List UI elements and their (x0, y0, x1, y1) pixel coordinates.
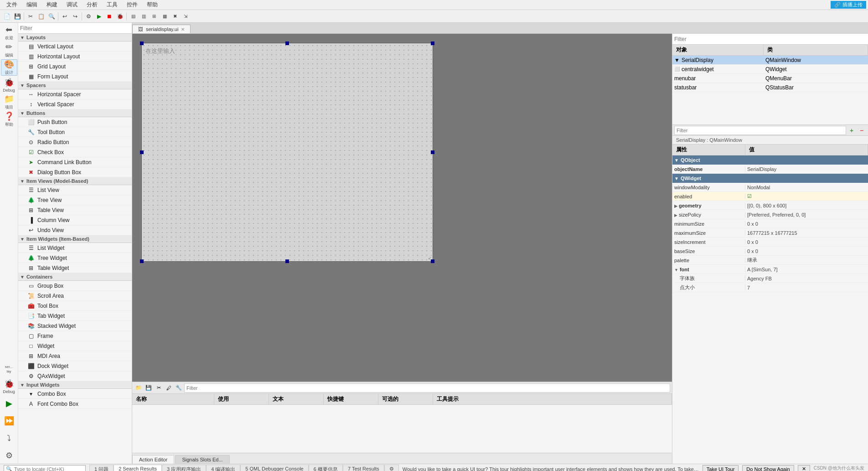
handle-top-center[interactable] (285, 41, 289, 45)
undo-button[interactable]: ↩ (60, 11, 70, 21)
widget-font-combo-box[interactable]: A Font Combo Box (18, 399, 132, 409)
oi-filter-input[interactable] (674, 36, 866, 42)
widget-form-layout[interactable]: ▦ Form Layout (18, 72, 132, 82)
design-canvas[interactable]: 在这里输入 ↙ (141, 43, 433, 262)
tab-test-results[interactable]: 7 Test Results (343, 465, 384, 471)
handle-middle-left[interactable] (140, 150, 144, 154)
iconbar-step-in[interactable]: ⤵ (1, 430, 17, 446)
tab-extra[interactable]: ⚙ (384, 465, 399, 471)
menu-edit[interactable]: 编辑 (22, 0, 42, 10)
tab-compile-output[interactable]: 4 编译输出 (206, 465, 240, 471)
menu-file[interactable]: 文件 (2, 0, 22, 10)
bp-new-button[interactable]: 📁 (134, 383, 143, 393)
widget-scroll-area[interactable]: 📜 Scroll Area (18, 291, 132, 301)
category-containers[interactable]: ▼ Containers (18, 273, 132, 281)
widget-combo-box[interactable]: ▾ Combo Box (18, 389, 132, 399)
widget-horizontal-layout[interactable]: ▥ Horizontal Layout (18, 52, 132, 62)
status-search-input[interactable] (14, 466, 83, 471)
redo-button[interactable]: ↪ (70, 11, 80, 21)
widget-push-button[interactable]: ⬜ Push Button (18, 117, 132, 127)
take-tour-button[interactable]: Take UI Tour (703, 465, 739, 471)
dont-show-button[interactable]: Do Not Show Again (742, 465, 794, 471)
menu-build[interactable]: 构建 (42, 0, 62, 10)
layout-grid-button[interactable]: ⊞ (149, 11, 159, 21)
iconbar-help[interactable]: ❓ 帮助 (1, 111, 17, 128)
pe-row-sizeincrement[interactable]: sizeIncrement 0 x 0 (672, 238, 868, 247)
enabled-checkbox[interactable]: ☑ (747, 193, 752, 199)
widget-filter-input[interactable] (20, 25, 130, 31)
widget-vertical-layout[interactable]: ▤ Vertical Layout (18, 41, 132, 52)
category-spacers[interactable]: ▼ Spacers (18, 82, 132, 89)
oi-row-statusbar[interactable]: statusbar QStatusBar (672, 83, 868, 92)
pe-row-font[interactable]: ▼font A [SimSun, 7] (672, 265, 868, 274)
iconbar-debug[interactable]: 🐞 Debug (1, 77, 17, 93)
tab-close-button[interactable]: ✕ (181, 27, 185, 32)
break-layout-button[interactable]: ✖ (170, 11, 180, 21)
widget-frame[interactable]: ▢ Frame (18, 331, 132, 341)
pe-row-geometry[interactable]: ▶geometry [{0, 0), 800 x 600] (672, 201, 868, 210)
widget-list-view[interactable]: ☰ List View (18, 185, 132, 195)
handle-middle-right[interactable] (431, 150, 434, 154)
widget-grid-layout[interactable]: ⊞ Grid Layout (18, 62, 132, 72)
widget-tool-box[interactable]: 🧰 Tool Box (18, 301, 132, 311)
menu-controls[interactable]: 控件 (122, 0, 142, 10)
handle-bottom-left[interactable] (140, 259, 144, 263)
layout-v-button[interactable]: ▥ (139, 11, 149, 21)
settings-button[interactable]: ⚙ (83, 11, 93, 21)
find-button[interactable]: 🔍 (46, 11, 57, 21)
handle-top-left[interactable] (140, 41, 144, 45)
widget-list-widget[interactable]: ☰ List Widget (18, 243, 132, 253)
tab-action-editor[interactable]: Action Editor (132, 455, 174, 464)
bp-cut-button[interactable]: ✂ (154, 383, 163, 393)
category-input-widgets[interactable]: ▼ Input Widgets (18, 381, 132, 389)
category-layouts[interactable]: ▼ Layouts (18, 34, 132, 41)
tab-summary[interactable]: 6 概要信息 (309, 465, 343, 471)
bp-settings-button[interactable]: 🔧 (174, 383, 183, 393)
pe-row-objectname[interactable]: objectName SerialDisplay (672, 165, 868, 174)
pe-row-basesize[interactable]: baseSize 0 x 0 (672, 247, 868, 256)
menu-analyze[interactable]: 分析 (82, 0, 102, 10)
widget-check-box[interactable]: ☑ Check Box (18, 147, 132, 157)
menu-help[interactable]: 帮助 (142, 0, 162, 10)
pe-section-qwidget[interactable]: ▼ QWidget (672, 174, 868, 183)
pe-row-windowmodality[interactable]: windowModality NonModal (672, 183, 868, 192)
widget-tree-widget[interactable]: 🌲 Tree Widget (18, 253, 132, 263)
pe-row-minimumsize[interactable]: minimumSize 0 x 0 (672, 219, 868, 228)
menu-tools[interactable]: 工具 (102, 0, 122, 10)
tab-qml-debug[interactable]: 5 QML Debugger Console (240, 465, 308, 471)
widget-h-spacer[interactable]: ↔ Horizontal Spacer (18, 89, 132, 99)
layout-form-button[interactable]: ▦ (160, 11, 170, 21)
category-item-widgets[interactable]: ▼ Item Widgets (Item-Based) (18, 235, 132, 243)
debug-run-button[interactable]: 🐞 (115, 11, 125, 21)
iconbar-settings[interactable]: ⚙ (1, 447, 17, 464)
iconbar-welcome[interactable]: ⬅ 欢迎 (1, 25, 17, 41)
pe-remove-button[interactable]: − (857, 126, 866, 135)
design-canvas-wrap[interactable]: 在这里输入 ↙ (132, 34, 672, 382)
new-file-button[interactable]: 📄 (2, 11, 12, 21)
handle-top-right[interactable] (431, 41, 434, 45)
cut-button[interactable]: ✂ (26, 11, 36, 21)
iconbar-projects[interactable]: 📁 项目 (1, 94, 17, 110)
close-status-button[interactable]: ✕ (798, 465, 810, 471)
widget-table-view[interactable]: ⊞ Table View (18, 205, 132, 215)
handle-bottom-center[interactable] (285, 259, 289, 263)
bottom-filter-input[interactable] (184, 383, 670, 393)
tab-problems[interactable]: 1 问题 (89, 465, 114, 471)
widget-tab-widget[interactable]: 📑 Tab Widget (18, 311, 132, 321)
widget-dock-widget[interactable]: ⬛ Dock Widget (18, 361, 132, 371)
widget-column-view[interactable]: ▐ Column View (18, 215, 132, 225)
widget-widget[interactable]: □ Widget (18, 341, 132, 351)
stop-button[interactable]: ⏹ (104, 11, 114, 21)
tab-search-results[interactable]: 2 Search Results (114, 465, 162, 471)
widget-dialog-button-box[interactable]: ✖ Dialog Button Box (18, 167, 132, 177)
iconbar-ser-lay[interactable]: ser... lay (1, 361, 17, 377)
iconbar-debug2[interactable]: 🐞 Debug (1, 378, 17, 394)
iconbar-step-over[interactable]: ⏩ (1, 413, 17, 429)
oi-row-serialdisplay[interactable]: ▼ SerialDisplay QMainWindow (672, 56, 868, 65)
widget-radio-button[interactable]: ⊙ Radio Button (18, 137, 132, 147)
widget-group-box[interactable]: ▭ Group Box (18, 281, 132, 291)
iconbar-edit[interactable]: ✏ 编辑 (1, 42, 17, 58)
oi-row-centralwidget[interactable]: ⬜ centralwidget QWidget (672, 65, 868, 74)
pe-row-fontfamily[interactable]: 字体族 Agency FB (672, 274, 868, 283)
oi-row-menubar[interactable]: menubar QMenuBar (672, 74, 868, 83)
